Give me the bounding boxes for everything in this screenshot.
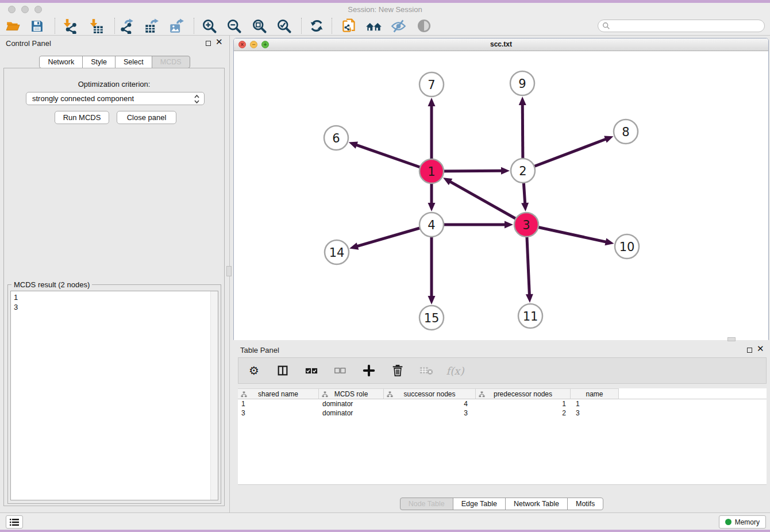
criterion-dropdown[interactable]: strongly connected component: [26, 92, 205, 105]
cell-predecessor-nodes[interactable]: 1: [476, 399, 571, 408]
close-panel-button[interactable]: Close panel: [117, 111, 176, 124]
import-table-icon[interactable]: [87, 17, 105, 34]
tab-node-table[interactable]: Node Table: [400, 498, 453, 510]
graph-node-3[interactable]: 3: [514, 213, 538, 237]
hide-graphics-details-icon[interactable]: [389, 17, 407, 34]
column-header-name[interactable]: name: [571, 388, 619, 399]
task-history-button[interactable]: [6, 515, 23, 529]
close-table-panel-icon[interactable]: ✕: [757, 344, 764, 353]
graph-node-15[interactable]: 15: [419, 306, 444, 330]
result-scrollbar[interactable]: [210, 291, 218, 500]
mcds-result-group: MCDS result (2 nodes) 1 3: [7, 284, 221, 504]
function-builder-icon[interactable]: f(x): [448, 363, 463, 378]
vertical-splitter-grip[interactable]: [226, 266, 232, 276]
graph-node-1[interactable]: 1: [419, 159, 444, 183]
horizontal-splitter-grip[interactable]: [727, 337, 736, 341]
graph-edge-1-6[interactable]: [349, 141, 432, 171]
tab-mcds[interactable]: MCDS: [152, 56, 190, 68]
memory-label: Memory: [735, 518, 760, 526]
cell-shared-name[interactable]: 3: [238, 408, 319, 418]
graph-node-2[interactable]: 2: [511, 159, 535, 183]
svg-text:15: 15: [424, 311, 440, 325]
zoom-fit-icon[interactable]: [250, 17, 268, 34]
show-graphics-details-icon[interactable]: [415, 17, 433, 34]
network-frame-titlebar: × – + scc.txt: [234, 38, 768, 51]
graph-node-11[interactable]: 11: [518, 304, 542, 328]
toolbar-separator: [55, 18, 55, 34]
zoom-in-icon[interactable]: [200, 17, 218, 34]
column-header-shared-name[interactable]: shared name: [238, 388, 319, 399]
refresh-icon[interactable]: [307, 17, 326, 34]
table-tabs: Node Table Edge Table Network Table Moti…: [233, 498, 770, 510]
column-header-successor-nodes[interactable]: successor nodes: [384, 388, 476, 399]
first-neighbors-icon[interactable]: [364, 17, 383, 34]
mcds-tab-content: Optimization criterion: strongly connect…: [3, 68, 225, 506]
import-network-icon[interactable]: [60, 17, 79, 34]
tab-edge-table[interactable]: Edge Table: [453, 498, 506, 510]
select-all-columns-icon[interactable]: [304, 363, 319, 378]
column-header-predecessor-nodes[interactable]: predecessor nodes: [476, 388, 571, 399]
zoom-selected-icon[interactable]: [275, 17, 293, 34]
graph-node-4[interactable]: 4: [419, 213, 444, 237]
zoom-out-icon[interactable]: [225, 17, 243, 34]
float-table-panel-icon[interactable]: [747, 348, 752, 353]
delete-table-icon[interactable]: [419, 363, 434, 378]
graph-node-10[interactable]: 10: [615, 234, 639, 259]
cell-name[interactable]: 3: [571, 408, 619, 418]
graph-node-9[interactable]: 9: [510, 71, 534, 95]
svg-text:3: 3: [522, 218, 530, 232]
new-network-from-selection-icon[interactable]: [340, 17, 358, 34]
cell-MCDS-role[interactable]: dominator: [319, 399, 384, 408]
float-panel-icon[interactable]: [206, 41, 211, 46]
export-table-icon[interactable]: [142, 17, 160, 34]
export-image-icon[interactable]: [167, 17, 186, 34]
main-toolbar: [0, 16, 770, 36]
tab-style[interactable]: Style: [82, 56, 116, 68]
table-toolbar: ⚙: [238, 357, 767, 384]
column-header-MCDS-role[interactable]: MCDS role: [319, 388, 384, 399]
tab-network-table[interactable]: Network Table: [505, 498, 568, 510]
tab-select[interactable]: Select: [115, 56, 152, 68]
tab-motifs[interactable]: Motifs: [567, 498, 603, 510]
graph-node-6[interactable]: 6: [324, 126, 348, 150]
add-column-icon[interactable]: [361, 363, 376, 378]
column-header-filler: [619, 388, 767, 399]
run-mcds-button[interactable]: Run MCDS: [55, 111, 109, 124]
cell-successor-nodes[interactable]: 3: [384, 408, 476, 418]
cell-predecessor-nodes[interactable]: 2: [476, 408, 571, 418]
column-label: shared name: [258, 390, 298, 398]
memory-button[interactable]: Memory: [719, 515, 766, 529]
search-input[interactable]: [598, 20, 765, 32]
cell-successor-nodes[interactable]: 4: [384, 399, 476, 408]
close-panel-icon[interactable]: ✕: [215, 37, 223, 47]
graph-node-8[interactable]: 8: [614, 119, 638, 144]
export-network-icon[interactable]: [117, 17, 136, 34]
show-column-icon[interactable]: [275, 363, 290, 378]
graph-edge-4-14[interactable]: [349, 225, 432, 250]
cell-MCDS-role[interactable]: dominator: [319, 408, 384, 418]
table-row-1[interactable]: 1dominator411: [238, 399, 767, 408]
application-window: Session: New Session: [0, 3, 770, 530]
network-canvas[interactable]: 7968124314101511: [234, 51, 768, 340]
table-row-2[interactable]: 3dominator323: [238, 408, 767, 418]
graph-edge-3-1[interactable]: [443, 178, 526, 225]
save-session-icon[interactable]: [28, 17, 46, 34]
cell-shared-name[interactable]: 1: [238, 399, 319, 408]
graph-edge-2-8[interactable]: [523, 136, 613, 171]
cell-name[interactable]: 1: [571, 399, 619, 408]
graph-node-14[interactable]: 14: [325, 240, 349, 264]
delete-column-icon[interactable]: [390, 363, 405, 378]
column-type-icon: [322, 391, 328, 398]
table-options-gear-icon[interactable]: ⚙: [247, 363, 261, 378]
control-panel-title: Control Panel: [6, 39, 51, 48]
unselect-all-columns-icon[interactable]: [333, 363, 348, 378]
window-title: Session: New Session: [0, 5, 770, 14]
graph-edge-3-10[interactable]: [526, 225, 614, 245]
tab-network[interactable]: Network: [39, 56, 83, 68]
svg-text:10: 10: [619, 240, 635, 254]
table-panel: Table Panel ✕ ⚙: [233, 342, 770, 512]
svg-text:7: 7: [428, 78, 435, 92]
mcds-result-textarea[interactable]: 1 3: [10, 291, 218, 500]
graph-node-7[interactable]: 7: [419, 72, 444, 97]
open-folder-icon[interactable]: [4, 17, 22, 34]
